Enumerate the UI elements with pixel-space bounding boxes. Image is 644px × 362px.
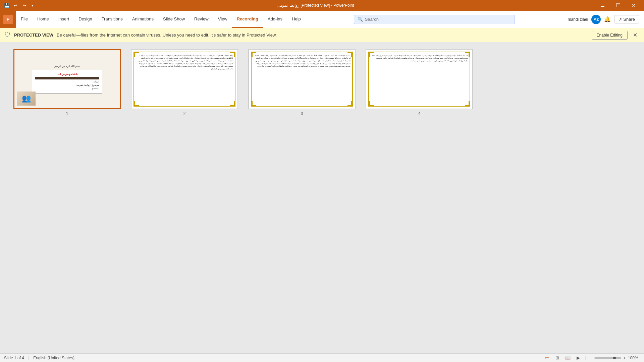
tab-view[interactable]: View bbox=[213, 11, 232, 28]
slide-sorter-button[interactable]: ⊞ bbox=[553, 355, 561, 361]
slide-count: Slide 1 of 4 bbox=[4, 356, 24, 360]
share-icon: ↗ bbox=[619, 17, 622, 22]
tab-animations[interactable]: Animations bbox=[127, 11, 158, 28]
slide-thumbnail[interactable]: روابط عمومي هاي دولتي غيردولتي به دليل ف… bbox=[131, 49, 238, 109]
maximize-button[interactable]: 🗖 bbox=[610, 0, 626, 11]
minimize-button[interactable]: 🗕 bbox=[595, 0, 610, 11]
tab-insert[interactable]: Insert bbox=[54, 11, 74, 28]
undo-button[interactable]: ↩ bbox=[11, 1, 19, 9]
shield-icon: 🛡 bbox=[5, 32, 11, 39]
protected-view-bar: 🛡 PROTECTED VIEW Be careful—files from t… bbox=[0, 28, 644, 42]
enable-editing-button[interactable]: Enable Editing bbox=[592, 31, 628, 40]
reading-view-button[interactable]: 📖 bbox=[563, 355, 573, 361]
tab-slideshow[interactable]: Slide Show bbox=[158, 11, 190, 28]
normal-view-button[interactable]: ▭ bbox=[543, 354, 551, 362]
zoom-out-button[interactable]: − bbox=[590, 355, 592, 361]
presenter-view-button[interactable]: ▶ bbox=[575, 355, 582, 361]
slide-thumb-wrap[interactable]: روابط عمومي هاي دولتي غيردولتي به دليل ف… bbox=[131, 49, 238, 116]
tab-file[interactable]: File bbox=[16, 11, 33, 28]
search-input[interactable] bbox=[365, 17, 511, 22]
customize-qat-button[interactable]: ▾ bbox=[29, 1, 36, 9]
tab-help[interactable]: Help bbox=[287, 11, 306, 28]
slide-thumb-wrap[interactable]: مديران موسسات هاي دولتي غيردولتي به دليل… bbox=[248, 49, 356, 116]
protected-view-message: Be careful—files from the Internet can c… bbox=[57, 33, 588, 38]
protected-view-label: PROTECTED VIEW bbox=[14, 33, 53, 38]
zoom-slider[interactable] bbox=[594, 357, 621, 359]
close-protected-bar-button[interactable]: ✕ bbox=[631, 31, 639, 39]
main-area: بسم الله الرحمن الرحیم بانشاء وتحریض اتب… bbox=[0, 42, 644, 353]
zoom-level: 100% bbox=[628, 356, 640, 360]
app-icon: P bbox=[3, 15, 13, 24]
search-icon: 🔍 bbox=[358, 17, 363, 22]
slide-thumbnail[interactable]: سي دي دكتاكوك بيوستروتبودين كتب جزوه هان… bbox=[366, 49, 473, 109]
save-button[interactable]: 💾 bbox=[3, 1, 11, 9]
slide-number: 1 bbox=[66, 111, 68, 116]
tab-recording[interactable]: Recording bbox=[232, 11, 263, 28]
user-avatar: MZ bbox=[591, 15, 601, 24]
slide-thumb-wrap[interactable]: سي دي دكتاكوك بيوستروتبودين كتب جزوه هان… bbox=[366, 49, 473, 116]
tab-transitions[interactable]: Transitions bbox=[97, 11, 127, 28]
slide-number: 3 bbox=[301, 111, 303, 116]
tab-home[interactable]: Home bbox=[33, 11, 54, 28]
window-title: روابط عمومی [Protected View] - PowerPoin… bbox=[38, 3, 593, 8]
redo-button[interactable]: ↪ bbox=[20, 1, 28, 9]
user-name: mahdi ziaei bbox=[568, 17, 588, 22]
slide-number: 2 bbox=[183, 111, 186, 116]
tab-design[interactable]: Design bbox=[74, 11, 97, 28]
slide-number: 4 bbox=[418, 111, 421, 116]
slide-thumb-wrap[interactable]: بسم الله الرحمن الرحیم بانشاء وتحریض اتب… bbox=[13, 49, 121, 116]
notifications-button[interactable]: 🔔 bbox=[604, 16, 611, 22]
tab-review[interactable]: Review bbox=[190, 11, 213, 28]
slide-thumbnail[interactable]: بسم الله الرحمن الرحیم بانشاء وتحریض اتب… bbox=[13, 49, 121, 109]
language-indicator: English (United States) bbox=[33, 356, 74, 360]
share-button[interactable]: ↗ Share bbox=[614, 15, 639, 23]
close-window-button[interactable]: ✕ bbox=[626, 0, 641, 11]
tab-addins[interactable]: Add-ins bbox=[263, 11, 287, 28]
slide-thumbnail[interactable]: مديران موسسات هاي دولتي غيردولتي به دليل… bbox=[248, 49, 356, 109]
status-bar: Slide 1 of 4 | English (United States) ▭… bbox=[0, 353, 644, 362]
zoom-in-button[interactable]: + bbox=[623, 355, 626, 361]
